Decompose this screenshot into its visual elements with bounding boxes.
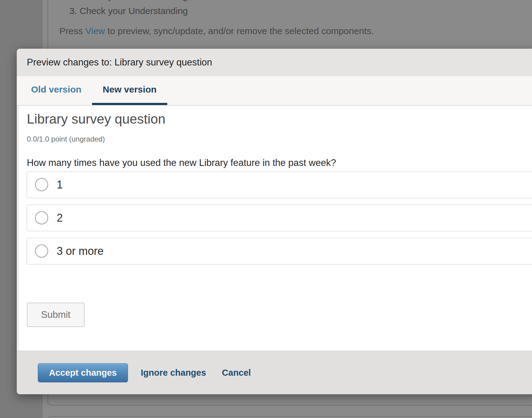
choice-label: 3 or more [57, 245, 104, 258]
accept-changes-button[interactable]: Accept changes [38, 363, 128, 382]
preview-changes-dialog: Preview changes to: Library survey quest… [17, 49, 532, 394]
choice-label: 2 [57, 212, 63, 224]
background-component-list: 2. Check your Understanding 3. Check you… [69, 0, 188, 18]
cancel-button[interactable]: Cancel [220, 367, 253, 378]
background-next-card-outline [48, 416, 532, 418]
preview-content: Library survey question 0.0/1.0 point (u… [17, 106, 532, 351]
choice-option-2[interactable]: 2 [27, 205, 532, 231]
choice-option-3[interactable]: 3 or more [27, 238, 532, 265]
choice-option-1[interactable]: 1 [27, 171, 532, 198]
submit-button[interactable]: Submit [27, 303, 85, 327]
dialog-title: Preview changes to: Library survey quest… [27, 57, 212, 68]
dialog-footer: Accept changes Ignore changes Cancel [17, 351, 532, 394]
radio-icon[interactable] [35, 244, 48, 258]
radio-icon[interactable] [35, 211, 48, 224]
hint-prefix: Press [59, 26, 85, 36]
choice-group: 1 2 3 or more [27, 171, 532, 265]
points-status: 0.0/1.0 point (ungraded) [27, 135, 532, 143]
version-tabs: Old version New version [17, 76, 532, 106]
view-link: View [85, 26, 105, 36]
choice-label: 1 [57, 178, 63, 191]
list-item: 2. Check your Understanding [69, 0, 188, 4]
dialog-header: Preview changes to: Library survey quest… [17, 49, 532, 76]
screen: 2. Check your Understanding 3. Check you… [0, 0, 532, 418]
background-card-left-border [48, 0, 48, 49]
tab-new-version[interactable]: New version [92, 76, 167, 105]
unit-title: Library survey question [27, 111, 532, 127]
ignore-changes-button[interactable]: Ignore changes [139, 367, 208, 378]
tab-old-version[interactable]: Old version [20, 76, 92, 105]
hint-suffix: to preview, sync/update, and/or remove t… [105, 26, 374, 36]
question-text: How many times have you used the new Lib… [27, 157, 532, 168]
radio-icon[interactable] [35, 178, 48, 191]
list-item: 3. Check your Understanding [69, 4, 188, 18]
background-hint-text: Press View to preview, sync/update, and/… [59, 26, 374, 36]
